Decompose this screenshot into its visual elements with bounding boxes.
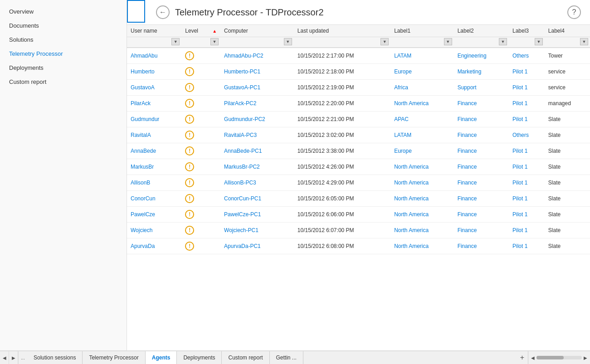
cell-username[interactable]: RavitalA bbox=[127, 127, 181, 143]
tab-more-nav-button[interactable]: ... bbox=[18, 351, 27, 364]
help-button[interactable]: ? bbox=[567, 5, 581, 19]
filter-button-username[interactable]: ▼ bbox=[171, 38, 180, 45]
cell-username[interactable]: MarkusBr bbox=[127, 159, 181, 175]
scrollbar-track[interactable] bbox=[536, 356, 582, 359]
back-button[interactable]: ← bbox=[156, 5, 170, 19]
filter-button-last_updated[interactable]: ▼ bbox=[380, 38, 389, 45]
cell-computer[interactable]: AllisonB-PC3 bbox=[220, 175, 294, 191]
scrollbar-thumb[interactable] bbox=[536, 356, 564, 359]
cell-label1[interactable]: North America bbox=[390, 238, 453, 254]
table-row[interactable]: PawelCze!PawelCze-PC110/15/2012 6:06:00 … bbox=[127, 207, 590, 223]
cell-label3[interactable]: Pilot 1 bbox=[509, 112, 545, 127]
cell-computer[interactable]: AhmadAbu-PC2 bbox=[220, 48, 294, 64]
cell-label2[interactable]: Finance bbox=[454, 96, 509, 112]
tab-next-button[interactable]: ▶ bbox=[9, 351, 18, 364]
cell-label2[interactable]: Finance bbox=[454, 223, 509, 238]
filter-button-computer[interactable]: ▼ bbox=[284, 38, 292, 45]
cell-label2[interactable]: Finance bbox=[454, 238, 509, 254]
table-row[interactable]: ApurvaDa!ApurvaDa-PC110/15/2012 6:08:00 … bbox=[127, 238, 590, 254]
cell-computer[interactable]: ApurvaDa-PC1 bbox=[220, 238, 294, 254]
cell-label1[interactable]: North America bbox=[390, 175, 453, 191]
cell-username[interactable]: PilarAck bbox=[127, 96, 181, 112]
tab-prev-button[interactable]: ◀ bbox=[0, 351, 9, 364]
cell-username[interactable]: GustavoA bbox=[127, 80, 181, 96]
cell-label1[interactable]: North America bbox=[390, 191, 453, 207]
filter-button-label3[interactable]: ▼ bbox=[535, 38, 543, 45]
cell-label3[interactable]: Pilot 1 bbox=[509, 159, 545, 175]
cell-label3[interactable]: Pilot 1 bbox=[509, 223, 545, 238]
cell-username[interactable]: Humberto bbox=[127, 64, 181, 80]
cell-computer[interactable]: PawelCze-PC1 bbox=[220, 207, 294, 223]
table-row[interactable]: ConorCun!ConorCun-PC110/15/2012 6:05:00 … bbox=[127, 191, 590, 207]
table-row[interactable]: Wojciech!Wojciech-PC110/15/2012 6:07:00 … bbox=[127, 223, 590, 238]
cell-label2[interactable]: Finance bbox=[454, 207, 509, 223]
cell-label2[interactable]: Finance bbox=[454, 127, 509, 143]
cell-computer[interactable]: RavitalA-PC3 bbox=[220, 127, 294, 143]
cell-computer[interactable]: Wojciech-PC1 bbox=[220, 223, 294, 238]
table-row[interactable]: PilarAck!PilarAck-PC210/15/2012 2:20:00 … bbox=[127, 96, 590, 112]
cell-label3[interactable]: Others bbox=[509, 48, 545, 64]
cell-label2[interactable]: Engineering bbox=[454, 48, 509, 64]
cell-label1[interactable]: LATAM bbox=[390, 127, 453, 143]
table-row[interactable]: Humberto!Humberto-PC110/15/2012 2:18:00 … bbox=[127, 64, 590, 80]
cell-label3[interactable]: Pilot 1 bbox=[509, 238, 545, 254]
table-row[interactable]: AllisonB!AllisonB-PC310/15/2012 4:29:00 … bbox=[127, 175, 590, 191]
cell-label1[interactable]: Africa bbox=[390, 80, 453, 96]
sidebar-item-documents[interactable]: Documents bbox=[0, 19, 127, 33]
cell-username[interactable]: PawelCze bbox=[127, 207, 181, 223]
filter-button-label4[interactable]: ▼ bbox=[580, 38, 588, 45]
cell-computer[interactable]: MarkusBr-PC2 bbox=[220, 159, 294, 175]
cell-label3[interactable]: Pilot 1 bbox=[509, 207, 545, 223]
sidebar-item-telemetry-processor[interactable]: Telemetry Processor bbox=[0, 47, 127, 61]
cell-username[interactable]: Wojciech bbox=[127, 223, 181, 238]
cell-label2[interactable]: Finance bbox=[454, 143, 509, 159]
cell-computer[interactable]: PilarAck-PC2 bbox=[220, 96, 294, 112]
bottom-tab-custom-report[interactable]: Custom report bbox=[222, 351, 269, 364]
cell-label1[interactable]: North America bbox=[390, 96, 453, 112]
cell-username[interactable]: Gudmundur bbox=[127, 112, 181, 127]
cell-username[interactable]: AhmadAbu bbox=[127, 48, 181, 64]
cell-label1[interactable]: North America bbox=[390, 207, 453, 223]
cell-label2[interactable]: Finance bbox=[454, 159, 509, 175]
cell-label2[interactable]: Finance bbox=[454, 191, 509, 207]
cell-label1[interactable]: LATAM bbox=[390, 48, 453, 64]
table-row[interactable]: MarkusBr!MarkusBr-PC210/15/2012 4:26:00 … bbox=[127, 159, 590, 175]
filter-button-level[interactable]: ▼ bbox=[210, 38, 219, 45]
cell-label3[interactable]: Pilot 1 bbox=[509, 64, 545, 80]
cell-username[interactable]: AllisonB bbox=[127, 175, 181, 191]
cell-label2[interactable]: Finance bbox=[454, 175, 509, 191]
table-row[interactable]: AnnaBede!AnnaBede-PC110/15/2012 3:38:00 … bbox=[127, 143, 590, 159]
cell-label2[interactable]: Support bbox=[454, 80, 509, 96]
bottom-tab-gettin-...[interactable]: Gettin ... bbox=[270, 351, 303, 364]
scroll-right-arrow[interactable]: ▶ bbox=[584, 355, 587, 360]
table-row[interactable]: AhmadAbu!AhmadAbu-PC210/15/2012 2:17:00 … bbox=[127, 48, 590, 64]
cell-computer[interactable]: ConorCun-PC1 bbox=[220, 191, 294, 207]
cell-username[interactable]: ConorCun bbox=[127, 191, 181, 207]
tab-add-button[interactable]: + bbox=[517, 351, 528, 364]
cell-label3[interactable]: Pilot 1 bbox=[509, 143, 545, 159]
cell-label3[interactable]: Pilot 1 bbox=[509, 191, 545, 207]
cell-label1[interactable]: Europe bbox=[390, 143, 453, 159]
cell-label2[interactable]: Marketing bbox=[454, 64, 509, 80]
cell-label3[interactable]: Others bbox=[509, 127, 545, 143]
cell-computer[interactable]: GustavoA-PC1 bbox=[220, 80, 294, 96]
cell-label3[interactable]: Pilot 1 bbox=[509, 80, 545, 96]
filter-button-label1[interactable]: ▼ bbox=[444, 38, 452, 45]
sidebar-item-overview[interactable]: Overview bbox=[0, 5, 127, 19]
cell-label1[interactable]: APAC bbox=[390, 112, 453, 127]
table-row[interactable]: RavitalA!RavitalA-PC310/15/2012 3:02:00 … bbox=[127, 127, 590, 143]
cell-username[interactable]: ApurvaDa bbox=[127, 238, 181, 254]
cell-computer[interactable]: Humberto-PC1 bbox=[220, 64, 294, 80]
table-row[interactable]: GustavoA!GustavoA-PC110/15/2012 2:19:00 … bbox=[127, 80, 590, 96]
cell-label3[interactable]: Pilot 1 bbox=[509, 175, 545, 191]
cell-label1[interactable]: Europe bbox=[390, 64, 453, 80]
filter-button-label2[interactable]: ▼ bbox=[499, 38, 507, 45]
bottom-tab-solution-sessions[interactable]: Solution sessions bbox=[27, 351, 83, 364]
cell-username[interactable]: AnnaBede bbox=[127, 143, 181, 159]
cell-label1[interactable]: North America bbox=[390, 223, 453, 238]
bottom-tab-telemetry-processor[interactable]: Telemetry Processor bbox=[83, 351, 145, 364]
cell-computer[interactable]: Gudmundur-PC2 bbox=[220, 112, 294, 127]
bottom-tab-agents[interactable]: Agents bbox=[146, 351, 177, 364]
sidebar-item-deployments[interactable]: Deployments bbox=[0, 61, 127, 75]
cell-computer[interactable]: AnnaBede-PC1 bbox=[220, 143, 294, 159]
